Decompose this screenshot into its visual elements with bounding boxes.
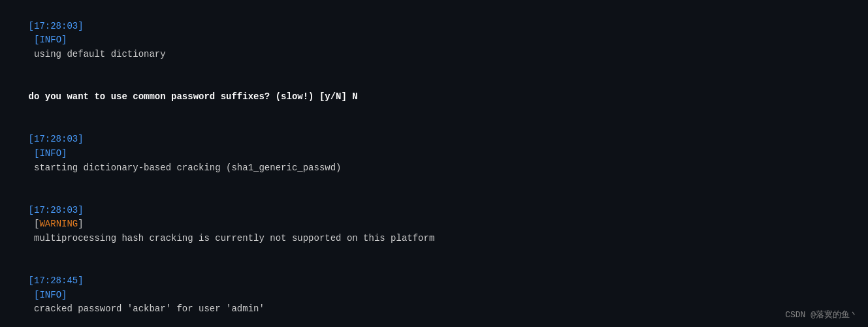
message-3: starting dictionary-based cracking (sha1… (29, 163, 342, 173)
level-tag-3: [INFO] (29, 148, 67, 159)
message-5: cracked password 'ackbar' for user 'admi… (29, 304, 265, 314)
bold-text-2: do you want to use common password suffi… (29, 91, 358, 102)
level-tag-1: [INFO] (29, 35, 67, 45)
watermark: CSDN @落寞的鱼丶 (785, 309, 858, 320)
timestamp-4: [17:28:03] (29, 205, 84, 215)
log-line-3: [17:28:03] [INFO] starting dictionary-ba… (7, 119, 861, 189)
log-line-5: [17:28:45] [INFO] cracked password 'ackb… (7, 260, 861, 327)
timestamp-5: [17:28:45] (29, 275, 84, 286)
message-1: using default dictionary (29, 49, 166, 59)
terminal-window: [17:28:03] [INFO] using default dictiona… (0, 0, 868, 327)
timestamp-1: [17:28:03] (29, 21, 84, 31)
level-tag-5: [INFO] (29, 290, 67, 300)
level-tag-4: [WARNING] (29, 219, 84, 229)
log-line-4: [17:28:03] [WARNING] multiprocessing has… (7, 189, 861, 260)
timestamp-3: [17:28:03] (29, 134, 84, 144)
log-line-1: [17:28:03] [INFO] using default dictiona… (7, 5, 861, 76)
bold-line-2: do you want to use common password suffi… (7, 76, 861, 118)
message-4: multiprocessing hash cracking is current… (29, 233, 435, 243)
